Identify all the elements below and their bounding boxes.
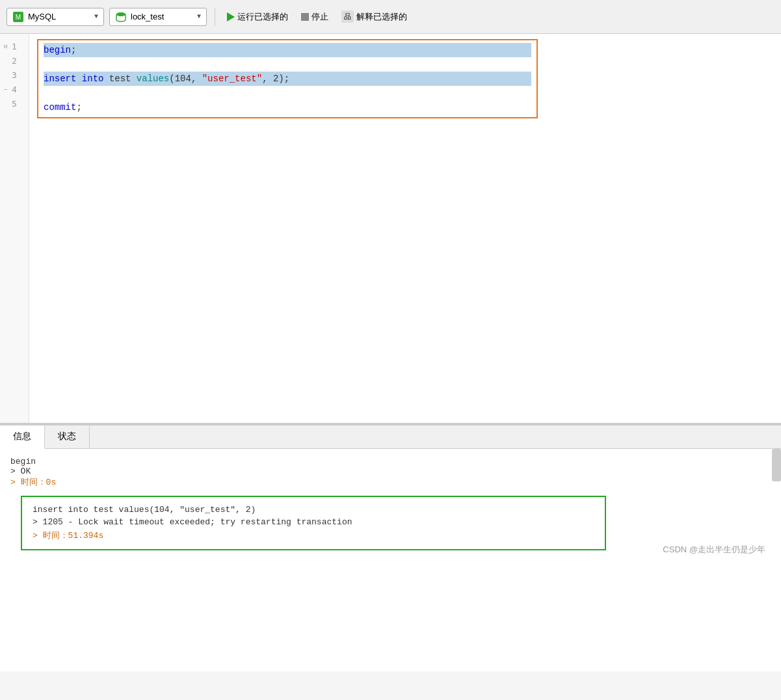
output-area: begin > OK > 时间：0s insert into test valu… xyxy=(0,449,781,566)
token-begin: begin xyxy=(44,45,71,55)
toolbar-divider xyxy=(215,8,215,26)
svg-point-3 xyxy=(116,12,126,16)
code-editor[interactable]: begin; insert into test values (104, "us… xyxy=(29,34,781,423)
explain-label: 解释已选择的 xyxy=(356,11,407,23)
error-stmt: insert into test values(104, "user_test"… xyxy=(33,505,594,515)
run-icon xyxy=(227,12,235,21)
fold-icon-1: ⊟ xyxy=(4,43,10,49)
mysql-icon: M xyxy=(12,11,24,23)
schema-selector-label: lock_test xyxy=(131,12,193,21)
schema-icon xyxy=(115,11,127,23)
explain-button[interactable]: 品 解释已选择的 xyxy=(338,8,411,25)
code-line-2 xyxy=(44,57,531,72)
output-time-1: > 时间：0s xyxy=(10,476,771,488)
code-line-4 xyxy=(44,86,531,100)
output-ok: > OK xyxy=(10,466,771,476)
line-num-5: 5 xyxy=(0,96,29,111)
line-gutter: ⊟ 1 2 3 − 4 5 xyxy=(0,34,29,423)
stop-icon xyxy=(301,13,309,21)
svg-text:M: M xyxy=(16,14,21,21)
fold-icon-4: − xyxy=(4,86,10,92)
explain-icon: 品 xyxy=(341,10,354,23)
error-box: insert into test values(104, "user_test"… xyxy=(21,496,606,550)
error-message: > 1205 - Lock wait timeout exceeded; try… xyxy=(33,517,594,527)
output-section-1: begin > OK > 时间：0s xyxy=(10,457,771,488)
run-label: 运行已选择的 xyxy=(237,11,288,23)
line-num-2: 2 xyxy=(0,53,29,68)
run-button[interactable]: 运行已选择的 xyxy=(223,8,292,25)
db-selector-label: MySQL xyxy=(28,12,90,21)
schema-selector-chevron: ▼ xyxy=(197,13,201,20)
code-line-3: insert into test values (104, "user_test… xyxy=(44,72,531,86)
output-time-value-1: 0s xyxy=(46,478,57,487)
error-time: > 时间：51.394s xyxy=(33,530,594,541)
scrollbar[interactable] xyxy=(772,449,781,481)
code-editor-box: begin; insert into test values (104, "us… xyxy=(37,39,538,118)
editor-area: ⊟ 1 2 3 − 4 5 begin; xyxy=(0,34,781,424)
error-time-label: > 时间： xyxy=(33,531,68,541)
toolbar: M MySQL ▼ lock_test ▼ 运行已选择的 停止 品 解释已选择的 xyxy=(0,0,781,34)
line-num-3: 3 xyxy=(0,68,29,82)
tab-info[interactable]: 信息 xyxy=(0,425,45,449)
output-stmt-1: begin xyxy=(10,457,771,466)
db-selector-chevron: ▼ xyxy=(94,13,98,20)
code-line-5: commit; xyxy=(44,100,531,114)
watermark: CSDN @走出半生仍是少年 xyxy=(663,544,765,556)
error-time-value: 51.394s xyxy=(68,531,104,541)
schema-selector[interactable]: lock_test ▼ xyxy=(109,8,207,26)
tab-bar: 信息 状态 xyxy=(0,425,781,449)
line-num-1: ⊟ 1 xyxy=(0,39,29,53)
stop-label: 停止 xyxy=(311,11,328,23)
tab-status[interactable]: 状态 xyxy=(45,425,90,448)
bottom-panel: 信息 状态 begin > OK > 时间：0s insert into tes… xyxy=(0,424,781,671)
code-line-1: begin; xyxy=(44,43,531,57)
line-num-4: − 4 xyxy=(0,82,29,96)
db-selector[interactable]: M MySQL ▼ xyxy=(7,8,104,26)
output-time-label-1: > 时间： xyxy=(10,478,46,487)
stop-button[interactable]: 停止 xyxy=(297,8,332,25)
